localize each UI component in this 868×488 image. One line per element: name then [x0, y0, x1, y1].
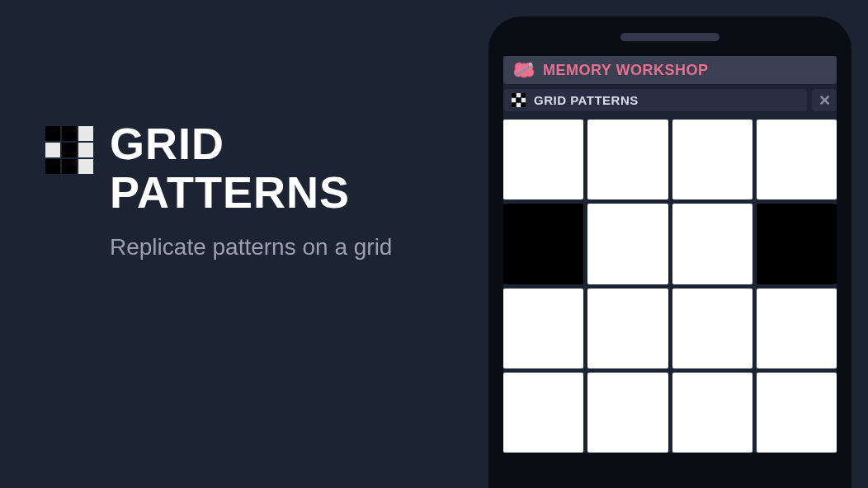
grid-cell[interactable]: [503, 289, 583, 368]
grid-cell[interactable]: [757, 120, 837, 199]
close-button[interactable]: ✕: [812, 89, 837, 111]
grid-cell[interactable]: [757, 289, 837, 368]
device-speaker: [620, 33, 719, 41]
grid-cell[interactable]: [503, 204, 583, 284]
close-icon: ✕: [818, 92, 831, 110]
game-grid: [503, 120, 837, 453]
app-header[interactable]: MEMORY WORKSHOP: [503, 56, 837, 84]
grid-cell[interactable]: [757, 204, 837, 284]
grid-cell[interactable]: [503, 373, 583, 453]
grid-cell[interactable]: [672, 120, 752, 199]
app-screen: MEMORY WORKSHOP GRID PATTERNS ✕: [503, 56, 837, 453]
promo-icon-cell: [45, 143, 60, 157]
mini-icon-cell: [517, 98, 521, 102]
subheader-bar[interactable]: GRID PATTERNS: [503, 89, 807, 111]
promo-icon-cell: [62, 126, 77, 141]
subheader-title: GRID PATTERNS: [534, 93, 639, 107]
grid-cell[interactable]: [672, 204, 752, 284]
mini-icon-cell: [517, 93, 521, 97]
promo-icon-cell: [78, 126, 93, 141]
grid-cell[interactable]: [587, 289, 668, 368]
mini-grid-icon: [512, 93, 526, 107]
grid-cell[interactable]: [503, 120, 583, 199]
promo-icon-cell: [78, 159, 93, 174]
grid-cell[interactable]: [587, 373, 668, 453]
header-title: MEMORY WORKSHOP: [543, 62, 709, 79]
grid-cell[interactable]: [672, 289, 752, 368]
title-line-1: GRID: [110, 119, 224, 168]
brain-icon: [513, 61, 535, 79]
title-row: GRID PATTERNS: [45, 120, 392, 218]
device-frame: MEMORY WORKSHOP GRID PATTERNS ✕: [488, 16, 851, 488]
mini-icon-cell: [512, 103, 516, 107]
mini-icon-cell: [521, 98, 526, 102]
promo-icon-cell: [45, 126, 60, 141]
promo-icon-cell: [62, 159, 77, 174]
promo-icon-cell: [45, 159, 60, 174]
promo-subtitle: Replicate patterns on a grid: [110, 234, 392, 260]
grid-cell[interactable]: [672, 373, 752, 453]
grid-cell[interactable]: [757, 373, 837, 453]
mini-icon-cell: [517, 103, 521, 107]
mini-icon-cell: [521, 103, 526, 107]
grid-cell[interactable]: [587, 120, 668, 199]
grid-patterns-icon: [45, 126, 93, 174]
mini-icon-cell: [512, 98, 516, 102]
mini-icon-cell: [521, 93, 526, 97]
subheader-row: GRID PATTERNS ✕: [503, 89, 837, 111]
promo-icon-cell: [78, 143, 93, 157]
promo-title: GRID PATTERNS: [110, 120, 350, 218]
title-line-2: PATTERNS: [110, 167, 350, 217]
mini-icon-cell: [512, 93, 516, 97]
promo-panel: GRID PATTERNS Replicate patterns on a gr…: [45, 120, 392, 260]
grid-cell[interactable]: [587, 204, 668, 284]
svg-point-1: [529, 63, 532, 66]
promo-icon-cell: [62, 143, 77, 157]
